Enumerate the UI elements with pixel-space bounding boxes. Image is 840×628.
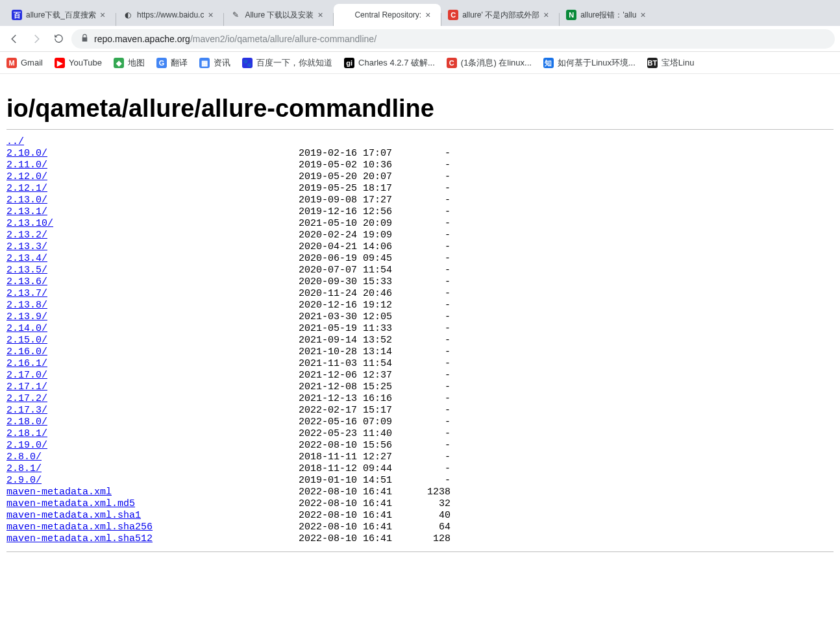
page-title: io/qameta/allure/allure-commandline: [6, 95, 834, 123]
bookmark-favicon: 🐾: [242, 58, 253, 68]
tab-close-icon[interactable]: ×: [425, 10, 434, 19]
bookmark-item[interactable]: 🐾百度一下，你就知道: [242, 57, 332, 69]
bookmark-label: Gmail: [21, 58, 43, 67]
listing-link[interactable]: 2.17.0/: [6, 370, 47, 381]
forward-button[interactable]: [27, 30, 45, 48]
bookmark-label: 百度一下，你就知道: [256, 57, 332, 69]
bookmark-item[interactable]: C(1条消息) 在linux...: [447, 57, 532, 69]
listing-link[interactable]: 2.17.3/: [6, 405, 47, 416]
tab-favicon: ◐: [123, 10, 133, 20]
listing-link[interactable]: 2.8.0/: [6, 452, 42, 463]
listing-link[interactable]: 2.13.3/: [6, 241, 47, 252]
listing-link[interactable]: maven-metadata.xml: [6, 487, 112, 498]
bookmark-favicon: ▦: [199, 58, 210, 68]
bookmark-label: 资讯: [214, 57, 230, 69]
listing-link[interactable]: 2.13.7/: [6, 288, 47, 299]
browser-tab[interactable]: Central Repository:×: [334, 4, 441, 26]
listing-link[interactable]: 2.13.6/: [6, 276, 47, 287]
listing-link[interactable]: 2.13.2/: [6, 230, 47, 241]
tab-favicon: [340, 10, 351, 20]
browser-toolbar: repo.maven.apache.org/maven2/io/qameta/a…: [0, 26, 840, 52]
listing-link[interactable]: 2.13.1/: [6, 206, 47, 217]
directory-listing: ../ 2.10.0/ 2019-02-16 17:07 - 2.11.0/ 2…: [6, 136, 834, 545]
listing-link[interactable]: 2.8.1/: [6, 463, 42, 474]
browser-tab[interactable]: Callure' 不是内部或外部×: [441, 4, 559, 26]
lock-icon: [80, 34, 89, 44]
reload-button[interactable]: [49, 30, 68, 48]
listing-link[interactable]: maven-metadata.xml.sha1: [6, 510, 141, 521]
bookmark-label: (1条消息) 在linux...: [461, 57, 532, 69]
listing-link[interactable]: 2.12.0/: [6, 171, 47, 182]
bookmark-favicon: gi: [344, 58, 354, 68]
bookmark-favicon: M: [6, 58, 17, 68]
bookmark-label: 如何基于Linux环境...: [558, 57, 636, 69]
tab-title: Central Repository:: [354, 10, 421, 19]
listing-link[interactable]: 2.19.0/: [6, 440, 47, 451]
bookmark-favicon: G: [156, 58, 167, 68]
listing-link[interactable]: maven-metadata.xml.sha256: [6, 522, 153, 533]
listing-link[interactable]: 2.14.0/: [6, 323, 47, 334]
listing-link[interactable]: 2.18.1/: [6, 428, 47, 439]
tab-favicon: ✎: [230, 10, 241, 20]
tab-close-icon[interactable]: ×: [100, 10, 109, 19]
listing-link[interactable]: 2.17.2/: [6, 393, 47, 404]
bookmark-label: 地图: [128, 57, 145, 69]
bookmark-item[interactable]: MGmail: [6, 58, 43, 68]
listing-link[interactable]: 2.16.1/: [6, 358, 47, 369]
listing-link[interactable]: 2.11.0/: [6, 160, 47, 171]
listing-link[interactable]: 2.16.0/: [6, 346, 47, 357]
tab-close-icon[interactable]: ×: [543, 10, 552, 19]
tab-title: allure' 不是内部或外部: [462, 10, 539, 21]
tab-title: allure下载_百度搜索: [26, 10, 96, 21]
browser-tab[interactable]: ✎Allure 下载以及安装×: [224, 4, 333, 26]
listing-link[interactable]: 2.13.4/: [6, 253, 47, 264]
address-url: repo.maven.apache.org/maven2/io/qameta/a…: [94, 34, 377, 44]
tab-title: https://www.baidu.c: [137, 10, 204, 19]
browser-tabstrip: 百allure下载_百度搜索×◐https://www.baidu.c×✎All…: [0, 0, 840, 26]
browser-tab[interactable]: Nallure报错：'allu×: [560, 4, 656, 26]
back-button[interactable]: [5, 30, 23, 48]
bookmark-item[interactable]: ▦资讯: [199, 57, 230, 69]
listing-link[interactable]: 2.9.0/: [6, 475, 42, 486]
bookmark-item[interactable]: G翻译: [156, 57, 188, 69]
listing-link[interactable]: 2.13.9/: [6, 311, 47, 322]
bookmark-favicon: ▶: [55, 58, 65, 68]
bookmark-item[interactable]: BT宝塔Linu: [647, 57, 695, 69]
browser-tab[interactable]: 百allure下载_百度搜索×: [5, 4, 116, 26]
tab-close-icon[interactable]: ×: [640, 10, 649, 19]
listing-link[interactable]: 2.12.1/: [6, 183, 47, 194]
browser-tab[interactable]: ◐https://www.baidu.c×: [116, 4, 223, 26]
listing-link[interactable]: 2.13.0/: [6, 195, 47, 206]
listing-link[interactable]: maven-metadata.xml.md5: [6, 498, 135, 509]
tab-title: allure报错：'allu: [580, 10, 636, 21]
listing-link[interactable]: 2.13.5/: [6, 265, 47, 276]
listing-link[interactable]: 2.18.0/: [6, 417, 47, 428]
tab-favicon: 百: [12, 10, 22, 20]
bookmarks-bar: MGmail▶YouTube◆地图G翻译▦资讯🐾百度一下，你就知道giCharl…: [0, 52, 840, 74]
bookmark-item[interactable]: ◆地图: [114, 57, 145, 69]
tab-close-icon[interactable]: ×: [208, 10, 217, 19]
bookmark-label: Charles 4.2.7 破解...: [358, 57, 435, 69]
bookmark-label: 翻译: [171, 57, 188, 69]
bookmark-favicon: ◆: [114, 58, 124, 68]
listing-link[interactable]: maven-metadata.xml.sha512: [6, 533, 153, 544]
tab-close-icon[interactable]: ×: [317, 10, 327, 19]
listing-link[interactable]: 2.17.1/: [6, 381, 47, 392]
bookmark-item[interactable]: giCharles 4.2.7 破解...: [344, 57, 435, 69]
parent-dir-link[interactable]: ../: [6, 136, 24, 147]
tab-title: Allure 下载以及安装: [245, 10, 314, 21]
divider: [6, 129, 834, 130]
divider: [6, 551, 834, 552]
bookmark-item[interactable]: 知如何基于Linux环境...: [543, 57, 636, 69]
bookmark-item[interactable]: ▶YouTube: [55, 58, 102, 68]
bookmark-favicon: BT: [647, 58, 658, 68]
listing-link[interactable]: 2.15.0/: [6, 335, 47, 346]
bookmark-favicon: 知: [543, 58, 554, 68]
tab-favicon: N: [566, 10, 576, 20]
page-content: io/qameta/allure/allure-commandline ../ …: [0, 74, 840, 585]
bookmark-favicon: C: [447, 58, 457, 68]
listing-link[interactable]: 2.13.10/: [6, 218, 53, 229]
address-bar[interactable]: repo.maven.apache.org/maven2/io/qameta/a…: [71, 29, 835, 49]
listing-link[interactable]: 2.13.8/: [6, 300, 47, 311]
listing-link[interactable]: 2.10.0/: [6, 148, 47, 159]
